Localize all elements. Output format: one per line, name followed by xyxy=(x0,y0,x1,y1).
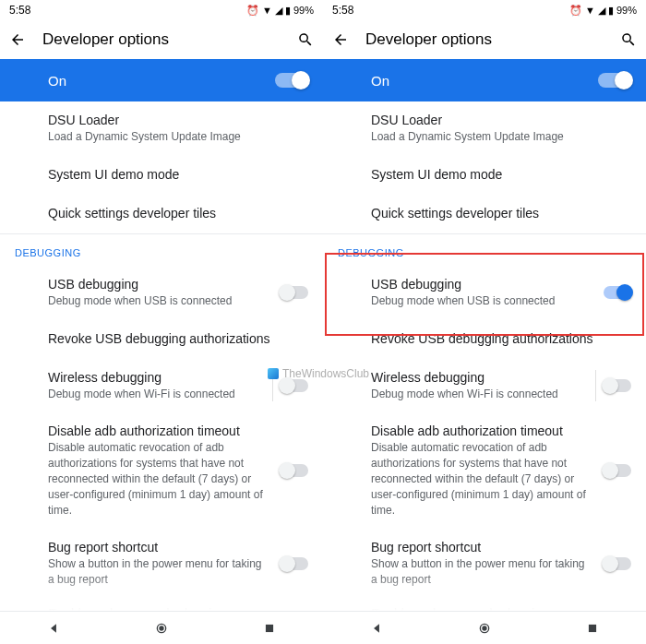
item-revoke-auth[interactable]: Revoke USB debugging authorizations xyxy=(0,320,323,359)
switch-bug-report[interactable] xyxy=(604,557,631,570)
nav-recents-icon[interactable] xyxy=(260,622,279,635)
master-toggle[interactable]: On xyxy=(323,59,646,101)
wifi-icon: ▼ xyxy=(585,5,595,16)
switch-usb-debugging[interactable] xyxy=(281,286,308,299)
item-bug-report[interactable]: Bug report shortcut Show a button in the… xyxy=(323,529,646,599)
divider xyxy=(272,370,273,402)
status-icons: ⏰ ▼ ◢ ▮ 99% xyxy=(246,5,314,17)
svg-point-1 xyxy=(159,626,163,630)
svg-rect-2 xyxy=(266,624,273,631)
signal-icon: ◢ xyxy=(275,5,282,17)
switch-usb-debugging[interactable] xyxy=(604,286,631,299)
master-toggle-label: On xyxy=(48,73,66,89)
nav-recents-icon[interactable] xyxy=(583,622,602,635)
search-icon[interactable] xyxy=(620,31,637,48)
svg-rect-5 xyxy=(589,624,596,631)
item-quick-settings-tiles[interactable]: Quick settings developer tiles xyxy=(323,195,646,233)
nav-back-icon[interactable] xyxy=(367,622,386,635)
status-bar: 5:58 ⏰ ▼ ◢ ▮ 99% xyxy=(323,0,646,20)
item-adb-timeout[interactable]: Disable adb authorization timeout Disabl… xyxy=(0,412,323,529)
item-bug-report[interactable]: Bug report shortcut Show a button in the… xyxy=(0,529,323,599)
item-wireless-debugging[interactable]: Wireless debugging Debug mode when Wi-Fi… xyxy=(323,359,646,413)
battery-icon: ▮ xyxy=(608,5,614,17)
back-icon[interactable] xyxy=(332,31,349,48)
item-system-ui-demo[interactable]: System UI demo mode xyxy=(0,156,323,195)
item-dsu-loader[interactable]: DSU Loader Load a Dynamic System Update … xyxy=(0,101,323,156)
screen-left: 5:58 ⏰ ▼ ◢ ▮ 99% Developer options On xyxy=(0,0,323,644)
switch-adb-timeout[interactable] xyxy=(281,464,308,477)
item-usb-debugging[interactable]: USB debugging Debug mode when USB is con… xyxy=(323,266,646,320)
nav-home-icon[interactable] xyxy=(152,622,171,635)
item-verbose-logging[interactable]: Enable verbose vendor logging xyxy=(0,599,323,611)
item-wireless-debugging[interactable]: Wireless debugging Debug mode when Wi-Fi… xyxy=(0,359,323,413)
item-usb-debugging[interactable]: USB debugging Debug mode when USB is con… xyxy=(0,266,323,320)
back-icon[interactable] xyxy=(9,31,26,48)
item-verbose-logging[interactable]: Enable verbose vendor logging xyxy=(323,599,646,611)
master-switch[interactable] xyxy=(598,73,631,88)
battery-text: 99% xyxy=(616,5,637,16)
screen-right: 5:58 ⏰ ▼ ◢ ▮ 99% Developer options On xyxy=(323,0,646,644)
master-toggle[interactable]: On xyxy=(0,59,323,101)
app-bar: Developer options xyxy=(323,20,646,59)
settings-list[interactable]: DSU Loader Load a Dynamic System Update … xyxy=(323,101,646,611)
page-title: Developer options xyxy=(365,30,604,49)
comparison-container: 5:58 ⏰ ▼ ◢ ▮ 99% Developer options On xyxy=(0,0,646,644)
nav-back-icon[interactable] xyxy=(44,622,63,635)
status-time: 5:58 xyxy=(332,4,353,17)
item-adb-timeout[interactable]: Disable adb authorization timeout Disabl… xyxy=(323,412,646,529)
alarm-icon: ⏰ xyxy=(569,5,582,17)
switch-wireless-debugging[interactable] xyxy=(281,379,308,392)
page-title: Developer options xyxy=(42,30,281,49)
item-dsu-loader[interactable]: DSU Loader Load a Dynamic System Update … xyxy=(323,101,646,156)
nav-bar xyxy=(0,611,323,644)
status-time: 5:58 xyxy=(9,4,30,17)
status-icons: ⏰ ▼ ◢ ▮ 99% xyxy=(569,5,637,17)
wifi-icon: ▼ xyxy=(262,5,272,16)
battery-icon: ▮ xyxy=(285,5,291,17)
master-toggle-label: On xyxy=(371,73,389,89)
alarm-icon: ⏰ xyxy=(246,5,259,17)
master-switch[interactable] xyxy=(275,73,308,88)
svg-point-4 xyxy=(482,626,486,630)
settings-list[interactable]: DSU Loader Load a Dynamic System Update … xyxy=(0,101,323,611)
battery-text: 99% xyxy=(293,5,314,16)
section-debugging: DEBUGGING xyxy=(0,233,323,266)
section-debugging: DEBUGGING xyxy=(323,233,646,266)
switch-bug-report[interactable] xyxy=(281,557,308,570)
search-icon[interactable] xyxy=(297,31,314,48)
nav-bar xyxy=(323,611,646,644)
app-bar: Developer options xyxy=(0,20,323,59)
divider xyxy=(595,370,596,402)
status-bar: 5:58 ⏰ ▼ ◢ ▮ 99% xyxy=(0,0,323,20)
item-quick-settings-tiles[interactable]: Quick settings developer tiles xyxy=(0,195,323,233)
nav-home-icon[interactable] xyxy=(475,622,494,635)
item-system-ui-demo[interactable]: System UI demo mode xyxy=(323,156,646,195)
signal-icon: ◢ xyxy=(598,5,605,17)
switch-wireless-debugging[interactable] xyxy=(604,379,631,392)
item-revoke-auth[interactable]: Revoke USB debugging authorizations xyxy=(323,320,646,359)
switch-adb-timeout[interactable] xyxy=(604,464,631,477)
